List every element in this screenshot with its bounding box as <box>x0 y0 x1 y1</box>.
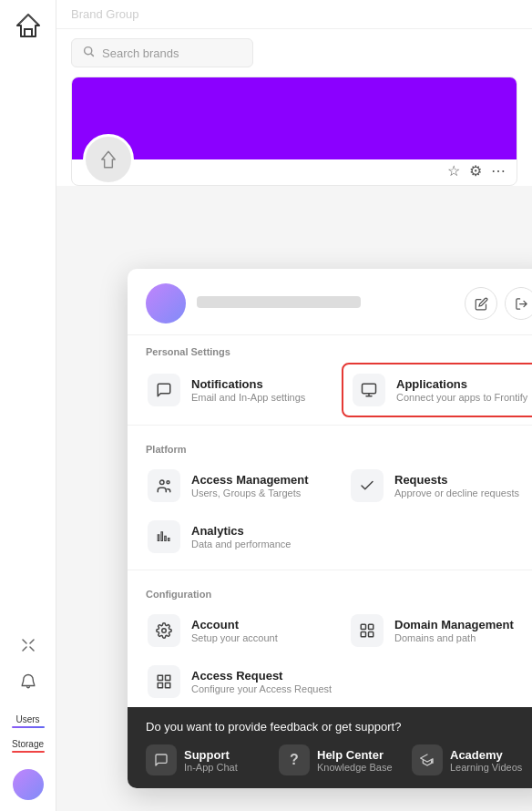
star-icon[interactable]: ☆ <box>447 162 460 180</box>
expand-icon[interactable] <box>15 632 41 658</box>
svg-rect-5 <box>361 624 365 629</box>
footer-help-center[interactable]: ? Help Center Knowledge Base <box>279 744 404 775</box>
brand-logo <box>83 134 134 185</box>
access-management-text: Access Management Users, Groups & Target… <box>191 473 309 498</box>
menu-item-applications[interactable]: Applications Connect your apps to Fronti… <box>342 363 532 417</box>
search-bar-container: Search brands <box>56 29 532 77</box>
brand-card-icon-row: ☆ ⚙ ⋯ <box>72 159 517 185</box>
svg-point-3 <box>167 481 169 484</box>
logout-icon[interactable] <box>505 287 532 320</box>
menu-item-notifications[interactable]: Notifications Email and In-App settings <box>138 363 342 417</box>
applications-text: Applications Connect your apps to Fronti… <box>396 377 527 403</box>
svg-rect-7 <box>361 632 365 637</box>
brand-card: ☆ ⚙ ⋯ <box>71 77 517 186</box>
search-placeholder: Search brands <box>102 46 179 60</box>
configuration-grid: Account Setup your account Domain Manage… <box>128 605 532 707</box>
svg-point-2 <box>160 480 165 485</box>
svg-rect-8 <box>369 632 373 637</box>
sidebar: Users Storage <box>0 0 56 811</box>
support-icon <box>146 744 177 775</box>
notifications-icon <box>148 374 180 406</box>
requests-icon <box>351 469 384 502</box>
personal-settings-grid: Notifications Email and In-App settings … <box>128 363 532 417</box>
support-text: Support In-App Chat <box>184 748 238 773</box>
account-icon <box>148 614 180 647</box>
analytics-text: Analytics Data and performance <box>191 524 291 549</box>
user-avatar <box>146 283 186 323</box>
search-icon <box>83 46 95 60</box>
sidebar-bottom: Users Storage <box>5 632 52 800</box>
menu-item-account[interactable]: Account Setup your account <box>138 605 342 656</box>
academy-text: Academy Learning Videos <box>450 748 522 773</box>
menu-item-analytics[interactable]: Analytics Data and performance <box>138 511 342 562</box>
divider-platform <box>128 425 532 426</box>
top-area: Brand Group Search brands <box>56 0 532 186</box>
account-text: Account Setup your account <box>191 618 278 643</box>
logo-icon[interactable] <box>12 11 45 44</box>
svg-rect-6 <box>369 624 373 629</box>
platform-grid: Access Management Users, Groups & Target… <box>128 460 532 562</box>
domain-management-icon <box>351 614 384 647</box>
access-management-icon <box>148 469 180 502</box>
more-icon[interactable]: ⋯ <box>491 162 506 180</box>
notifications-text: Notifications Email and In-App settings <box>191 377 305 403</box>
user-name <box>197 296 454 311</box>
menu-item-access-management[interactable]: Access Management Users, Groups & Target… <box>138 460 342 511</box>
user-info-row <box>128 269 532 335</box>
svg-point-4 <box>162 629 167 633</box>
menu-item-access-request[interactable]: Access Request Configure your Access Req… <box>138 656 342 707</box>
dropdown-menu: Personal Settings Notifications Email an… <box>128 269 532 788</box>
menu-item-requests[interactable]: Requests Approve or decline requests <box>342 460 532 511</box>
settings-icon[interactable]: ⚙ <box>469 162 482 180</box>
edit-profile-icon[interactable] <box>465 287 497 320</box>
brand-banner <box>72 77 517 159</box>
avatar[interactable] <box>13 769 44 800</box>
main-content: Brand Group Search brands <box>56 0 532 811</box>
section-config-label: Configuration <box>128 578 532 605</box>
users-underline <box>12 726 45 728</box>
brand-header: Brand Group <box>56 0 532 29</box>
analytics-icon <box>148 520 180 553</box>
help-center-text: Help Center Knowledge Base <box>317 748 393 773</box>
domain-management-text: Domain Management Domains and path <box>394 618 514 643</box>
access-request-icon <box>148 665 180 698</box>
footer-support[interactable]: Support In-App Chat <box>146 744 271 775</box>
applications-icon <box>353 374 385 406</box>
notification-bell-icon[interactable] <box>15 669 41 694</box>
section-personal-label: Personal Settings <box>128 335 532 363</box>
footer-prompt: Do you want to provide feedback or get s… <box>146 720 532 734</box>
brand-header-text: Brand Group <box>71 7 138 21</box>
dropdown-footer: Do you want to provide feedback or get s… <box>128 707 532 788</box>
footer-actions: Support In-App Chat ? Help Center Knowle… <box>146 744 532 775</box>
divider-configuration <box>128 570 532 570</box>
academy-icon <box>412 744 443 775</box>
menu-item-domain-management[interactable]: Domain Management Domains and path <box>342 605 532 656</box>
requests-text: Requests Approve or decline requests <box>394 473 519 498</box>
section-platform-label: Platform <box>128 433 532 460</box>
search-bar[interactable]: Search brands <box>71 38 253 67</box>
brand-card-actions: ☆ ⚙ ⋯ <box>447 162 506 185</box>
help-center-icon: ? <box>279 744 310 775</box>
storage-underline <box>12 751 45 753</box>
footer-academy[interactable]: Academy Learning Videos <box>412 744 532 775</box>
sidebar-item-storage[interactable]: Storage <box>5 734 52 756</box>
svg-rect-1 <box>363 384 376 394</box>
sidebar-item-users[interactable]: Users <box>5 709 52 732</box>
sidebar-nav: Users Storage <box>5 709 52 756</box>
access-request-text: Access Request Configure your Access Req… <box>191 669 332 694</box>
user-action-icons <box>465 287 532 320</box>
